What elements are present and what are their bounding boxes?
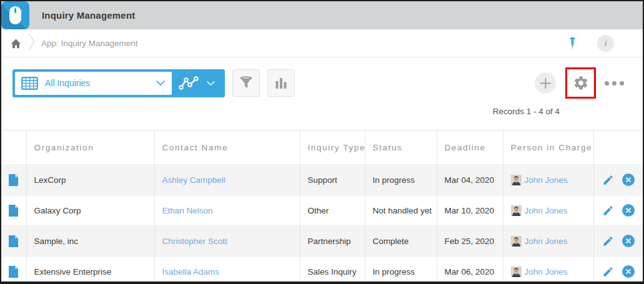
column-status: Status — [365, 130, 437, 165]
toolbar: All Inquiries — [1, 57, 643, 119]
delete-record-button[interactable] — [622, 235, 635, 247]
inquiry-type-cell: Support — [300, 165, 365, 195]
person-in-charge-link[interactable]: John Jones — [525, 237, 568, 246]
bar-chart-icon — [274, 76, 288, 90]
deadline-cell: Mar 06, 2020 — [437, 257, 503, 284]
document-icon[interactable] — [9, 205, 18, 217]
record-icon-cell — [1, 226, 26, 257]
person-in-charge-cell: John Jones — [503, 195, 593, 226]
settings-button[interactable] — [573, 75, 589, 91]
contact-name-cell: Ethan Nelson — [154, 195, 300, 226]
filter-button[interactable] — [232, 69, 260, 97]
organization-cell: Extensive Enterprise — [26, 257, 154, 284]
contact-name-cell: Ashley Campbell — [154, 165, 300, 195]
page-title: Inquiry Management — [42, 10, 135, 21]
delete-record-button[interactable] — [622, 265, 635, 278]
chevron-down-icon — [206, 81, 215, 86]
app-icon[interactable] — [1, 1, 29, 29]
document-icon[interactable] — [9, 174, 18, 186]
circle-x-icon — [622, 265, 635, 278]
column-deadline: Deadline — [437, 130, 503, 165]
delete-record-button[interactable] — [622, 174, 635, 186]
home-icon[interactable] — [10, 38, 22, 49]
chart-button[interactable] — [267, 69, 295, 97]
person-in-charge-cell: John Jones — [503, 165, 593, 195]
status-cell: Not handled yet — [365, 195, 437, 226]
circle-x-icon — [622, 204, 635, 217]
column-person-in-charge: Person in Charge — [503, 130, 593, 165]
person-in-charge-link[interactable]: John Jones — [525, 267, 568, 277]
info-icon[interactable]: i — [597, 35, 614, 52]
plus-icon — [540, 77, 552, 89]
breadcrumb-app-label[interactable]: App: Inquiry Management — [41, 39, 138, 48]
mouse-icon — [9, 6, 21, 24]
ellipsis-icon — [605, 81, 609, 86]
column-contact-name: Contact Name — [154, 130, 300, 165]
chevron-down-icon — [156, 80, 166, 86]
column-record-icon — [1, 130, 26, 165]
document-icon[interactable] — [9, 266, 18, 278]
delete-record-button[interactable] — [622, 204, 635, 217]
add-record-button[interactable] — [535, 72, 556, 94]
row-actions-cell — [593, 257, 643, 284]
contact-name-link[interactable]: Ethan Nelson — [162, 206, 213, 215]
person-in-charge-link[interactable]: John Jones — [525, 175, 568, 185]
circle-x-icon — [622, 235, 635, 247]
app-window: Inquiry Management App: Inquiry Manageme… — [0, 0, 644, 284]
breadcrumb: App: Inquiry Management i — [1, 29, 643, 57]
inquiry-type-cell: Partnership — [300, 226, 365, 257]
avatar — [511, 236, 522, 247]
document-icon[interactable] — [9, 235, 18, 247]
annotation-highlight-box — [565, 67, 596, 99]
breadcrumb-actions: i — [568, 35, 634, 52]
deadline-cell: Feb 25, 2020 — [437, 226, 503, 257]
pencil-icon — [602, 235, 614, 247]
ellipsis-icon — [620, 81, 624, 86]
table-grid-icon — [21, 77, 38, 90]
status-cell: Complete — [365, 226, 437, 257]
pushpin-icon[interactable] — [568, 37, 577, 49]
contact-name-cell: Isabella Adams — [154, 257, 300, 284]
avatar — [511, 175, 522, 185]
edit-record-button[interactable] — [602, 235, 614, 247]
column-inquiry-type: Inquiry Type — [300, 130, 365, 165]
toolbar-right — [535, 67, 633, 99]
line-graph-icon — [179, 76, 199, 91]
organization-cell: Sample, inc — [26, 226, 154, 257]
row-actions-cell — [593, 226, 643, 257]
person-in-charge-cell: John Jones — [503, 257, 593, 284]
table-row: Sample, inc Christopher Scott Partnershi… — [1, 226, 643, 257]
selected-view-label: All Inquiries — [45, 78, 156, 88]
edit-record-button[interactable] — [602, 174, 614, 186]
edit-record-button[interactable] — [602, 266, 614, 278]
column-actions — [593, 130, 643, 165]
table-body: LexCorp Ashley Campbell Support In progr… — [1, 165, 643, 284]
record-icon-cell — [1, 257, 26, 284]
gear-icon — [573, 75, 589, 91]
view-dropdown[interactable]: All Inquiries — [15, 72, 172, 95]
contact-name-link[interactable]: Isabella Adams — [162, 267, 220, 277]
edit-record-button[interactable] — [602, 205, 614, 217]
app-header: Inquiry Management — [1, 1, 643, 29]
person-in-charge-cell: John Jones — [503, 226, 593, 257]
row-actions-cell — [593, 165, 643, 195]
more-options-button[interactable] — [605, 81, 624, 86]
contact-name-link[interactable]: Ashley Campbell — [162, 175, 225, 185]
contact-name-link[interactable]: Christopher Scott — [162, 237, 227, 246]
table-row: Extensive Enterprise Isabella Adams Sale… — [1, 257, 643, 284]
pencil-icon — [602, 266, 614, 278]
circle-x-icon — [622, 174, 635, 186]
person-in-charge-link[interactable]: John Jones — [525, 206, 568, 215]
avatar — [511, 267, 522, 277]
avatar — [511, 205, 522, 216]
table-row: Galaxy Corp Ethan Nelson Other Not handl… — [1, 195, 643, 226]
row-actions-cell — [593, 195, 643, 226]
organization-cell: LexCorp — [26, 165, 154, 195]
funnel-icon — [239, 76, 254, 91]
record-table: Organization Contact Name Inquiry Type S… — [1, 130, 643, 284]
pencil-icon — [602, 174, 614, 186]
pencil-icon — [602, 205, 614, 217]
organization-cell: Galaxy Corp — [26, 195, 154, 226]
graph-view-toggle[interactable] — [172, 76, 222, 91]
record-icon-cell — [1, 165, 26, 195]
